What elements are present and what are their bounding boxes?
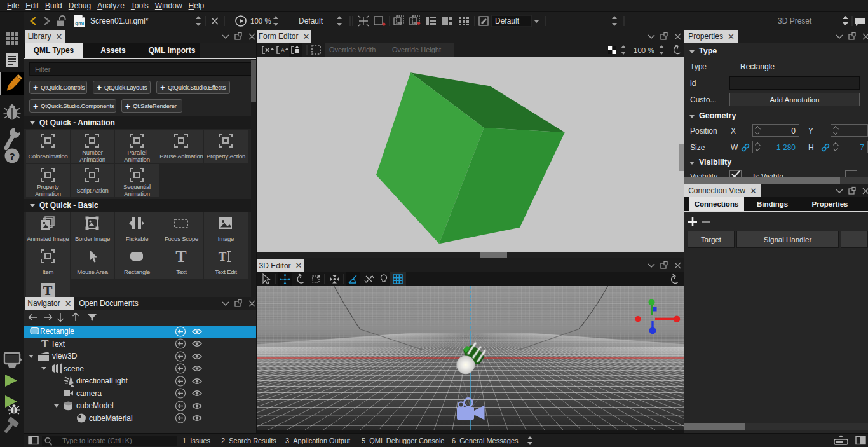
svg-text:T: T [43,282,53,298]
svg-text:qml: qml [75,20,84,26]
svg-text:T: T [219,250,227,263]
svg-text:Screen01.ui.qml*: Screen01.ui.qml* [90,17,149,25]
svg-text:A: A [281,47,285,53]
svg-text:T: T [41,338,49,350]
svg-text:Default: Default [299,17,323,25]
svg-text:100 %: 100 % [634,46,654,54]
svg-text:100 %: 100 % [250,17,271,25]
svg-text:3D Preset: 3D Preset [778,17,812,25]
svg-text:?: ? [9,151,15,162]
svg-text:T: T [175,249,186,264]
svg-text:Default: Default [495,17,520,25]
